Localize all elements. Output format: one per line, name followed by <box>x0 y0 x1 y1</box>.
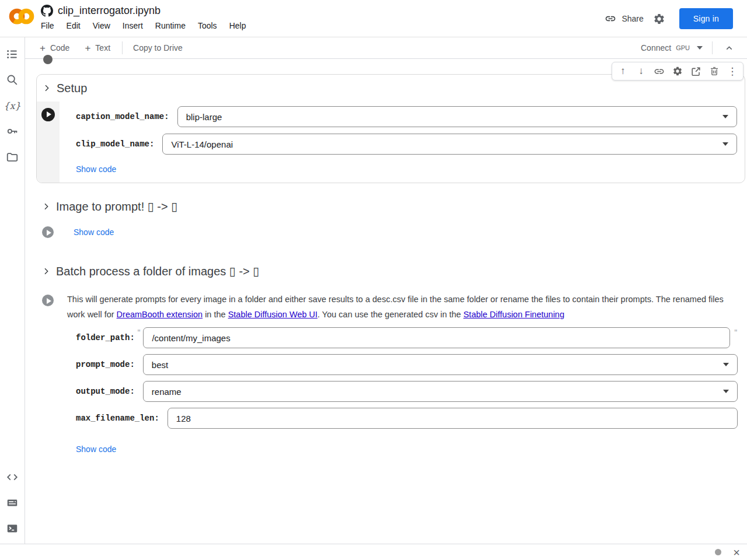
batch-process-section: Batch process a folder of images ▯ -> ▯ … <box>25 264 747 454</box>
notebook-title[interactable]: clip_interrogator.ipynb <box>58 5 160 17</box>
link-icon <box>605 13 616 24</box>
caption-model-name-dropdown[interactable]: blip-large <box>177 106 737 127</box>
toolbar-divider <box>712 41 713 54</box>
menu-tools[interactable]: Tools <box>198 20 217 32</box>
files-folder-icon[interactable] <box>1 145 24 169</box>
colab-logo-icon[interactable] <box>7 6 36 27</box>
quote-mark: " <box>734 329 738 336</box>
run-cell-button[interactable] <box>42 226 54 238</box>
field-label: clip_model_name: <box>76 139 154 149</box>
delete-cell-icon[interactable] <box>707 64 722 79</box>
add-code-button[interactable]: + Code <box>40 43 69 53</box>
gpu-badge: GPU <box>676 44 690 51</box>
search-icon[interactable] <box>1 68 24 92</box>
show-code-link[interactable]: Show code <box>76 444 116 454</box>
clip-model-name-dropdown[interactable]: ViT-L-14/openai <box>162 134 737 155</box>
batch-description: This will generate prompts for every ima… <box>67 292 732 322</box>
field-label: prompt_mode: <box>76 360 135 369</box>
chevron-down-icon <box>722 142 728 146</box>
collapse-section-chevron-icon[interactable] <box>41 83 52 93</box>
collapse-header-icon[interactable] <box>721 40 738 57</box>
command-palette-icon[interactable] <box>1 491 24 514</box>
open-in-tab-icon[interactable] <box>688 64 703 79</box>
stable-diffusion-finetuning-link[interactable]: Stable Diffusion Finetuning <box>463 310 564 319</box>
menu-view[interactable]: View <box>93 20 110 32</box>
terminal-icon[interactable] <box>1 517 24 540</box>
connect-dropdown[interactable]: Connect GPU <box>641 43 703 52</box>
section-heading: Image to prompt! ▯ -> ▯ <box>56 199 177 214</box>
folder-path-input[interactable]: /content/my_images <box>143 327 730 348</box>
notebook-content: ↑ ↓ <box>25 59 747 544</box>
left-sidebar: {x} <box>0 37 25 544</box>
form-row: output_mode: rename <box>76 381 738 402</box>
form-row: folder_path: " /content/my_images " <box>76 327 738 348</box>
field-label: output_mode: <box>76 387 135 396</box>
output-mode-dropdown[interactable]: rename <box>143 381 738 402</box>
form-row: clip_model_name: ViT-L-14/openai <box>76 134 737 155</box>
cell-toolbar: ↑ ↓ <box>612 62 743 80</box>
settings-gear-icon[interactable] <box>650 9 669 29</box>
run-cell-button[interactable] <box>41 108 55 121</box>
more-actions-icon[interactable]: ⋮ <box>725 64 740 79</box>
chevron-down-icon <box>723 363 729 366</box>
bottom-status-bar: × <box>0 544 747 560</box>
menu-help[interactable]: Help <box>229 20 246 32</box>
code-snippets-icon[interactable] <box>1 466 24 489</box>
show-code-link[interactable]: Show code <box>76 164 116 174</box>
menu-edit[interactable]: Edit <box>67 20 81 32</box>
field-label: max_filename_len: <box>76 414 159 423</box>
menu-bar: File Edit View Insert Runtime Tools Help <box>41 20 258 32</box>
setup-form-cell: caption_model_name: blip-large clip_mode… <box>37 102 745 183</box>
toolbar-divider <box>122 41 123 54</box>
menu-insert[interactable]: Insert <box>123 20 143 32</box>
field-label: folder_path: <box>76 333 135 342</box>
dreambooth-extension-link[interactable]: DreamBooth extension <box>117 310 203 319</box>
run-cell-button[interactable] <box>42 295 54 306</box>
github-icon[interactable] <box>41 5 53 17</box>
plus-icon: + <box>85 43 90 53</box>
table-of-contents-icon[interactable] <box>1 43 24 66</box>
move-cell-down-icon[interactable]: ↓ <box>634 64 649 79</box>
menu-file[interactable]: File <box>41 20 54 32</box>
stable-diffusion-webui-link[interactable]: Stable Diffusion Web UI <box>228 310 317 319</box>
menu-runtime[interactable]: Runtime <box>155 20 186 32</box>
field-label: caption_model_name: <box>76 112 169 121</box>
notebook-toolbar: + Code + Text Copy to Drive Connect GPU <box>25 37 747 59</box>
app-header: clip_interrogator.ipynb File Edit View I… <box>0 0 747 37</box>
quote-mark: " <box>137 329 141 336</box>
cell-settings-gear-icon[interactable] <box>670 64 685 79</box>
add-text-button[interactable]: + Text <box>85 43 110 53</box>
max-filename-len-input[interactable]: 128 <box>167 408 738 429</box>
chevron-down-icon <box>697 46 703 50</box>
secrets-key-icon[interactable] <box>1 120 24 143</box>
run-cell-button-partial[interactable] <box>43 55 53 64</box>
cell-gutter <box>37 102 60 183</box>
sign-in-button[interactable]: Sign in <box>679 8 733 29</box>
setup-section-card: Setup caption_model_name: blip-large <box>36 74 745 183</box>
collapse-section-chevron-icon[interactable] <box>41 266 51 276</box>
section-heading: Setup <box>57 80 87 96</box>
plus-icon: + <box>40 43 46 53</box>
chevron-down-icon <box>722 115 728 118</box>
copy-to-drive-button[interactable]: Copy to Drive <box>133 43 183 52</box>
status-dot <box>715 549 721 555</box>
image-to-prompt-section: Image to prompt! ▯ -> ▯ Show code <box>25 199 747 238</box>
form-row: caption_model_name: blip-large <box>76 106 737 127</box>
prompt-mode-dropdown[interactable]: best <box>143 354 738 375</box>
form-row: max_filename_len: 128 <box>76 408 738 429</box>
share-label: Share <box>622 14 643 23</box>
section-heading: Batch process a folder of images ▯ -> ▯ <box>56 264 259 279</box>
form-row: prompt_mode: best <box>76 354 738 375</box>
show-code-link[interactable]: Show code <box>74 228 114 237</box>
move-cell-up-icon[interactable]: ↑ <box>615 64 630 79</box>
variables-icon[interactable]: {x} <box>1 94 24 117</box>
collapse-section-chevron-icon[interactable] <box>41 201 51 212</box>
chevron-down-icon <box>723 390 729 393</box>
copy-cell-link-icon[interactable] <box>652 64 667 79</box>
close-icon[interactable]: × <box>731 547 742 558</box>
share-button[interactable]: Share <box>599 9 649 28</box>
